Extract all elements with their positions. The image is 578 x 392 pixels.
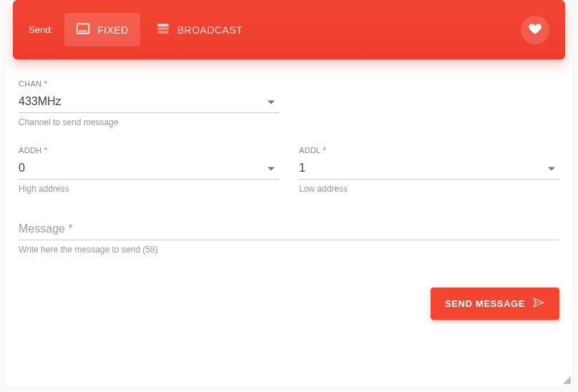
tab-fixed-label: FIXED (97, 24, 129, 36)
send-button-label: SEND MESSAGE (445, 298, 525, 309)
chan-label: CHAN * (19, 79, 279, 88)
form-body: CHAN * 433MHz Channel to send message AD… (6, 59, 572, 288)
chan-select[interactable]: 433MHz (19, 92, 279, 113)
resize-handle-icon: ◢ (563, 373, 571, 385)
send-message-card: Send: FIXED BROADCAST CHAN * 433MHz (6, 0, 572, 386)
addh-field: ADDH * 0 High address (19, 146, 279, 194)
addh-select[interactable]: 0 (19, 159, 279, 180)
message-field: Write here the message to send (58) (19, 220, 559, 255)
addl-select[interactable]: 1 (299, 159, 559, 180)
send-message-button[interactable]: SEND MESSAGE (431, 288, 559, 320)
fixed-icon (76, 21, 90, 38)
addh-label: ADDH * (19, 146, 279, 155)
addl-label: ADDL * (299, 146, 559, 155)
actions-row: SEND MESSAGE (6, 288, 572, 320)
header-bar: Send: FIXED BROADCAST (13, 0, 565, 59)
send-label: Send: (29, 24, 53, 35)
message-helper: Write here the message to send (58) (19, 245, 559, 255)
broadcast-icon (156, 21, 170, 38)
addh-helper: High address (19, 184, 279, 194)
favorite-button[interactable] (521, 16, 549, 44)
addl-field: ADDL * 1 Low address (299, 146, 559, 194)
chan-field: CHAN * 433MHz Channel to send message (19, 79, 279, 127)
heart-icon (528, 21, 542, 39)
tab-fixed[interactable]: FIXED (64, 13, 140, 46)
send-icon (532, 296, 545, 311)
chan-value: 433MHz (19, 95, 62, 107)
addl-value: 1 (299, 162, 305, 174)
tab-broadcast[interactable]: BROADCAST (144, 13, 255, 46)
chan-helper: Channel to send message (19, 117, 279, 127)
addh-value: 0 (19, 162, 25, 174)
tab-broadcast-label: BROADCAST (177, 24, 243, 36)
message-input[interactable] (19, 220, 559, 240)
addl-helper: Low address (299, 184, 559, 194)
